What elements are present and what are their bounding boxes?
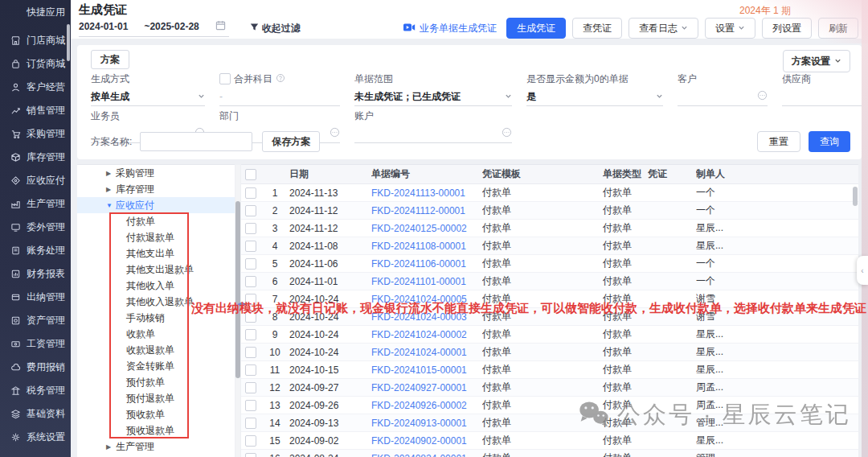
row-checkbox[interactable] (245, 223, 256, 234)
tree-item[interactable]: 预收款单 (77, 406, 235, 422)
tree-scrollbar-thumb[interactable] (235, 201, 240, 378)
row-checkbox[interactable] (245, 258, 256, 270)
row-checkbox[interactable] (245, 435, 256, 447)
generate-voucher-button[interactable]: 生成凭证 (506, 18, 566, 39)
doc-no-link[interactable]: FKD-20241024-00002 (371, 329, 482, 340)
picker-ellipsis-icon[interactable] (757, 90, 768, 103)
doc-no-link[interactable]: FKD-20240913-00001 (371, 418, 482, 429)
row-checkbox[interactable] (245, 276, 256, 287)
row-checkbox[interactable] (245, 418, 256, 429)
sidebar-item-tax-mgmt[interactable]: 税务管理 (10, 380, 71, 401)
tree-item[interactable]: 资金转账单 (77, 358, 235, 374)
sidebar-item-system-settings[interactable]: 系统设置 (10, 426, 71, 448)
sidebar-item-salary-mgmt[interactable]: 工资管理 (10, 333, 71, 355)
sidebar-scrollbar[interactable] (67, 24, 70, 61)
sidebar-item-production-mgmt[interactable]: 生产管理 (10, 193, 71, 215)
row-checkbox[interactable] (245, 364, 256, 376)
tree-scrollbar[interactable] (235, 165, 240, 457)
sidebar-item-quick-apps[interactable]: 快捷应用 (10, 2, 71, 23)
sidebar-item-outsource-mgmt[interactable]: 委外管理 (10, 216, 71, 238)
sidebar-item-sales-mgmt[interactable]: 销售管理 (10, 100, 71, 121)
doc-no-link[interactable]: FKD-20241106-00001 (371, 258, 482, 270)
doc-no-link[interactable]: FKD-20241024-00003 (371, 311, 482, 323)
splitter-handle[interactable]: ◀▶ (237, 301, 248, 307)
sidebar-item-store-mall[interactable]: 门店商城 (10, 30, 71, 51)
sidebar-item-finance-report[interactable]: 财务报表 (10, 263, 71, 285)
tree-item[interactable]: 收款单 (77, 326, 235, 342)
date-end[interactable]: ~2025-02-28 (144, 21, 199, 32)
tree-item[interactable]: 其他支出退款单 (77, 261, 235, 278)
show-zero-select[interactable]: 是 (526, 88, 663, 106)
tree-item[interactable]: ▶采购管理 (77, 165, 235, 181)
sidebar-item-customer-operate[interactable]: 客户经营 (10, 76, 71, 98)
plan-settings-button[interactable]: 方案设置 (783, 50, 850, 72)
column-settings-button[interactable]: 列设置 (762, 18, 812, 39)
tree-item[interactable]: 手动核销 (77, 310, 235, 326)
sidebar-item-accounting[interactable]: 账务处理 (10, 240, 71, 261)
sidebar-item-order-mall[interactable]: 订货商城 (10, 53, 71, 75)
tree-item[interactable]: ▶库存管理 (77, 181, 235, 197)
view-voucher-button[interactable]: 查凭证 (572, 18, 622, 39)
video-tutorial-link[interactable]: 业务单据生成凭证 (403, 22, 497, 35)
tree-item[interactable]: 预付款单 (77, 374, 235, 390)
plan-name-input[interactable] (140, 132, 252, 151)
plan-button[interactable]: 方案 (91, 50, 129, 69)
tree-item[interactable]: 付款单 (77, 213, 235, 229)
doc-no-link[interactable]: FKD-20241108-00001 (371, 241, 482, 252)
doc-no-link[interactable]: FKD-20241101-00001 (371, 276, 482, 287)
doc-no-link[interactable]: FKD-20240927-00001 (371, 382, 482, 393)
tree-item[interactable]: ▶生产管理 (77, 438, 235, 455)
query-button[interactable]: 查询 (809, 131, 850, 152)
sidebar-item-asset-mgmt[interactable]: 资产管理 (10, 310, 71, 331)
sidebar-item-expense-claim[interactable]: 费用报销 (10, 356, 71, 378)
row-checkbox[interactable] (245, 453, 256, 457)
doc-no-link[interactable]: FKD-20240926-00002 (371, 400, 482, 411)
generate-mode-select[interactable]: 按单生成 (91, 88, 205, 106)
tree-item[interactable]: 其他收入单 (77, 278, 235, 294)
sidebar-item-base-data[interactable]: 基础资料 (10, 403, 71, 425)
settings-button[interactable]: 设置 (705, 18, 755, 39)
table-scrollbar-thumb[interactable] (853, 187, 858, 206)
sidebar-item-purchase-mgmt[interactable]: 采购管理 (10, 123, 71, 145)
reset-button[interactable]: 重置 (757, 131, 800, 152)
doc-range-select[interactable]: 未生成凭证；已生成凭证 (354, 88, 512, 106)
doc-no-link[interactable]: FKD-20241113-00001 (371, 187, 482, 199)
doc-no-link[interactable]: FKD-20240902-00001 (371, 435, 482, 447)
row-checkbox[interactable] (245, 311, 256, 323)
row-checkbox[interactable] (245, 347, 256, 358)
doc-no-link[interactable]: FKD-20241015-00001 (371, 364, 482, 376)
tree-item[interactable]: 收款退款单 (77, 342, 235, 358)
view-log-button[interactable]: 查看日志 (628, 18, 698, 39)
tree-item[interactable]: 其他支出单 (77, 245, 235, 261)
doc-no-link[interactable]: FKD-20240125-00002 (371, 223, 482, 234)
triangle-right-icon[interactable]: ▶ (106, 186, 116, 193)
refresh-button[interactable]: 刷新 (818, 18, 858, 39)
sidebar-item-cashier-mgmt[interactable]: 出纳管理 (10, 286, 71, 308)
tree-item[interactable]: 付款退款单 (77, 229, 235, 245)
row-checkbox[interactable] (245, 400, 256, 411)
tree-item[interactable]: ▼应收应付 (77, 197, 235, 213)
date-range-input[interactable]: 2024-01-01 ~2025-02-28 (79, 19, 229, 37)
triangle-right-icon[interactable]: ▶ (106, 443, 116, 451)
tree-item[interactable]: 其他收入退款单 (77, 294, 235, 310)
save-plan-button[interactable]: 保存方案 (262, 131, 320, 152)
sidebar-item-inventory-mgmt[interactable]: 库存管理 (10, 146, 71, 168)
merge-subject-select[interactable]: - (219, 88, 340, 106)
triangle-down-icon[interactable]: ▼ (106, 202, 116, 209)
supplier-picker[interactable] (782, 88, 868, 106)
doc-no-link[interactable]: FKD-20241112-00001 (371, 205, 482, 216)
select-all-checkbox[interactable] (245, 169, 256, 180)
row-checkbox[interactable] (245, 205, 256, 216)
sidebar-item-receivable-payable[interactable]: 应收应付 (10, 170, 71, 191)
table-scrollbar[interactable] (853, 185, 858, 455)
collapse-filter-toggle[interactable]: 收起过滤 (250, 22, 301, 35)
tree-item[interactable]: 预付退款单 (77, 390, 235, 406)
row-checkbox[interactable] (245, 187, 256, 199)
panel-collapse-tab[interactable]: ‹ (857, 256, 868, 285)
row-checkbox[interactable] (245, 241, 256, 252)
row-checkbox[interactable] (245, 382, 256, 393)
doc-no-link[interactable]: FKD-20240824-00001 (371, 453, 482, 457)
row-checkbox[interactable] (245, 329, 256, 340)
date-start[interactable]: 2024-01-01 (79, 21, 128, 32)
customer-picker[interactable] (678, 88, 768, 106)
